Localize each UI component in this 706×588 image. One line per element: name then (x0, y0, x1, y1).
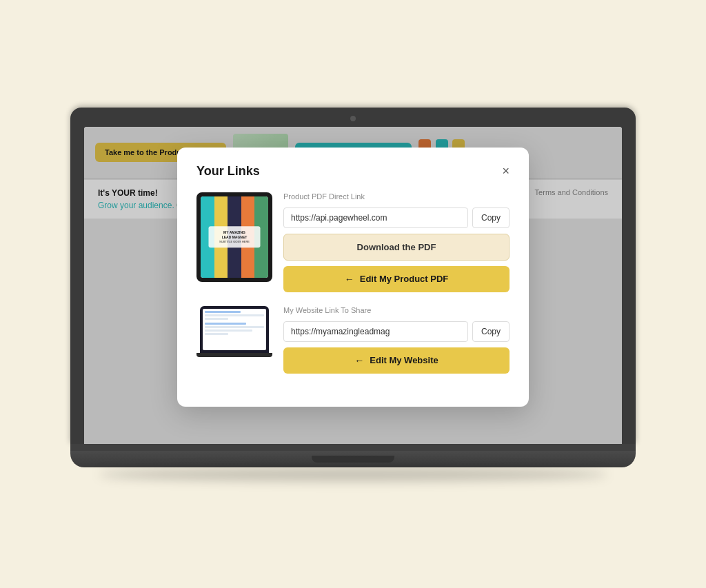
download-pdf-button[interactable]: Download the PDF (283, 234, 510, 261)
modal-header: Your Links × (196, 164, 510, 179)
arrow-left-icon-2: ← (354, 355, 364, 366)
modal-overlay: Your Links × (84, 127, 622, 444)
website-screen (200, 306, 269, 353)
edit-pdf-button[interactable]: ← Edit My Product PDF (283, 266, 510, 292)
pdf-link-label: Product PDF Direct Link (283, 192, 510, 201)
website-link-row: https://myamazingleadmag Copy (283, 321, 510, 342)
website-section: My Website Link To Share https://myamazi… (196, 306, 510, 374)
tablet-text-line2: LEAD MAGNET (214, 235, 255, 240)
content-line-7 (205, 333, 228, 335)
pdf-link-input[interactable]: https://api.pagewheel.com (283, 207, 468, 228)
content-line-3 (205, 318, 228, 320)
pdf-section: MY AMAZING LEAD MAGNET Subtitle goes her… (196, 192, 510, 292)
tablet-text-line1: MY AMAZING (214, 230, 255, 235)
edit-website-button[interactable]: ← Edit My Website (283, 347, 510, 374)
content-line-6 (205, 330, 252, 332)
website-copy-button[interactable]: Copy (472, 321, 510, 342)
website-thumbnail (196, 306, 272, 361)
laptop-shadow (99, 467, 607, 481)
pdf-copy-button[interactable]: Copy (472, 207, 510, 228)
laptop-base (70, 451, 636, 467)
laptop-notch (312, 456, 394, 463)
website-laptop-base (196, 353, 272, 357)
pdf-controls: Product PDF Direct Link https://api.page… (283, 192, 510, 292)
tablet-thumbnail: MY AMAZING LEAD MAGNET Subtitle goes her… (196, 192, 272, 282)
laptop-mockup: Take me to the Product Builder Take me t… (70, 108, 636, 481)
website-link-input[interactable]: https://myamazingleadmag (283, 321, 468, 342)
close-button[interactable]: × (502, 165, 510, 177)
edit-website-label: Edit My Website (370, 355, 438, 365)
content-line-1 (205, 311, 241, 313)
website-link-label: My Website Link To Share (283, 306, 510, 314)
website-content (203, 309, 266, 350)
screen-bezel: Take me to the Product Builder Take me t… (70, 108, 636, 444)
website-controls: My Website Link To Share https://myamazi… (283, 306, 510, 374)
laptop-screen: Take me to the Product Builder Take me t… (84, 127, 622, 444)
modal-title: Your Links (196, 164, 260, 179)
tablet-text: MY AMAZING LEAD MAGNET Subtitle goes her… (209, 226, 261, 248)
edit-pdf-label: Edit My Product PDF (360, 274, 449, 284)
pdf-link-row: https://api.pagewheel.com Copy (283, 207, 510, 228)
arrow-left-icon: ← (345, 274, 354, 285)
content-line-4 (205, 323, 246, 325)
laptop-hinge (70, 444, 636, 451)
content-line-5 (205, 326, 264, 328)
content-line-2 (205, 314, 264, 316)
your-links-modal: Your Links × (177, 148, 529, 407)
tablet-text-line3: Subtitle goes here (214, 240, 255, 244)
camera-dot (350, 116, 356, 121)
